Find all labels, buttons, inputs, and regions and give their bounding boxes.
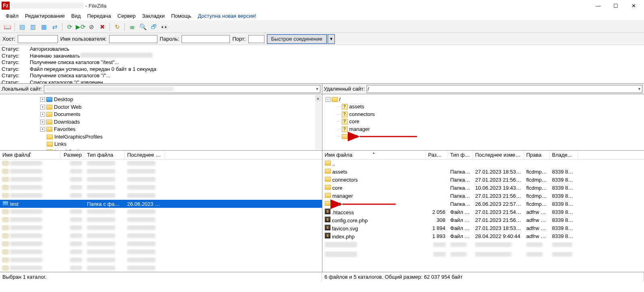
- list-item[interactable]: [0, 248, 322, 256]
- list-item[interactable]: [0, 232, 322, 240]
- tree-item[interactable]: ⋯?manager: [337, 126, 641, 133]
- tree-item[interactable]: ⋯?assets: [337, 103, 641, 111]
- list-item[interactable]: index.php1 893Файл "P...28.04.2022 9:40:…: [322, 232, 644, 240]
- list-item[interactable]: [322, 240, 644, 250]
- tree-item[interactable]: +Doctor Web: [40, 104, 319, 111]
- list-item[interactable]: assetsПапка с ...27.01.2023 18:53:29flcd…: [322, 168, 644, 176]
- remote-file-list[interactable]: ..assetsПапка с ...27.01.2023 18:53:29fl…: [322, 159, 644, 272]
- quick-connect-dropdown[interactable]: ▼: [328, 34, 335, 44]
- compare-icon[interactable]: 🔍: [138, 22, 148, 32]
- col-modified[interactable]: Последнее из...: [125, 151, 165, 159]
- host-input[interactable]: [18, 35, 58, 43]
- expand-icon[interactable]: +: [40, 97, 45, 102]
- expand-icon[interactable]: +: [40, 105, 45, 110]
- tree-item[interactable]: +Favorites: [40, 126, 319, 133]
- list-item[interactable]: [0, 256, 322, 264]
- tree-item[interactable]: +Documents: [40, 111, 319, 118]
- close-button[interactable]: ✕: [625, 0, 642, 11]
- tree-item[interactable]: IntelGraphicsProfiles: [40, 133, 319, 141]
- site-manager-icon[interactable]: 📖: [2, 22, 12, 32]
- minimize-button[interactable]: —: [589, 0, 607, 11]
- menu-help[interactable]: Помощь: [168, 12, 194, 20]
- expand-icon[interactable]: +: [40, 127, 45, 132]
- list-item[interactable]: .htaccess2 056Файл "H...27.01.2023 21:54…: [322, 208, 644, 216]
- tree-item[interactable]: ⋯?connectors: [337, 111, 641, 118]
- search-icon[interactable]: 👀: [160, 22, 169, 32]
- menu-view[interactable]: Вид: [68, 12, 84, 20]
- remote-tree[interactable]: −/⋯?assets⋯?connectors⋯?core⋯?manager⋯te…: [322, 94, 644, 151]
- user-input[interactable]: [109, 35, 157, 43]
- col-name[interactable]: ▲Имя файла: [0, 151, 60, 159]
- list-item[interactable]: config.core.php308Файл "P...27.01.2023 2…: [322, 216, 644, 224]
- toggle-local-tree-icon[interactable]: ▥: [28, 22, 38, 32]
- menu-server[interactable]: Сервер: [114, 12, 139, 20]
- list-item[interactable]: [0, 184, 322, 192]
- menu-transfer[interactable]: Передача: [84, 12, 114, 20]
- menu-bookmarks[interactable]: Закладки: [139, 12, 168, 20]
- tree-item[interactable]: +Desktop: [40, 96, 319, 104]
- local-path-combo[interactable]: ▼: [44, 85, 320, 93]
- port-input[interactable]: [248, 35, 264, 43]
- sync-browse-icon[interactable]: 🗗: [149, 22, 159, 32]
- reconnect-icon[interactable]: ↻: [112, 22, 122, 32]
- local-file-list[interactable]: testПапка с файл...26.06.2023 22:...: [0, 159, 322, 272]
- list-item[interactable]: [322, 250, 644, 259]
- tree-root[interactable]: −/: [326, 96, 641, 103]
- tree-item[interactable]: ⋯test: [337, 133, 641, 141]
- col-size[interactable]: Размер: [426, 151, 448, 159]
- col-modified[interactable]: Последнее измен...: [473, 151, 524, 159]
- list-item[interactable]: [0, 159, 322, 168]
- list-item[interactable]: [0, 264, 322, 272]
- list-item-up[interactable]: ..: [322, 159, 644, 168]
- cancel-icon[interactable]: ⊘: [87, 22, 96, 32]
- col-owner[interactable]: Владе...: [550, 151, 578, 159]
- list-item[interactable]: [0, 240, 322, 248]
- filter-icon[interactable]: ≣: [127, 22, 137, 32]
- remote-path-combo[interactable]: / ▼: [367, 85, 642, 93]
- list-item[interactable]: [0, 176, 322, 184]
- expand-icon[interactable]: +: [40, 112, 45, 117]
- col-type[interactable]: Тип файла: [85, 151, 125, 159]
- col-type[interactable]: Тип фай...: [448, 151, 473, 159]
- list-item[interactable]: [0, 168, 322, 176]
- quick-connect-button[interactable]: Быстрое соединение: [267, 34, 327, 44]
- list-item[interactable]: coreПапка с ...10.06.2023 19:43:54flcdmp…: [322, 184, 644, 192]
- folder-icon: [46, 112, 52, 117]
- collapse-icon[interactable]: −: [326, 97, 330, 102]
- list-item[interactable]: connectorsПапка с ...27.01.2023 21:56:09…: [322, 176, 644, 184]
- status-log[interactable]: Статус:Авторизовались Статус:Начинаю зак…: [0, 45, 644, 84]
- local-tree[interactable]: ▲ +Desktop+Doctor Web+Documents+Download…: [0, 94, 322, 151]
- folder-icon: [47, 135, 53, 139]
- menu-edit[interactable]: Редактирование: [22, 12, 68, 20]
- expand-icon[interactable]: +: [40, 120, 45, 124]
- chevron-down-icon[interactable]: ▼: [638, 87, 641, 91]
- folder-icon: [46, 97, 52, 102]
- menu-file[interactable]: Файл: [2, 12, 22, 20]
- list-item[interactable]: managerПапка с ...27.01.2023 21:56:29flc…: [322, 192, 644, 200]
- app-logo-icon: Fz: [2, 2, 10, 10]
- process-queue-icon[interactable]: ▶⟳: [76, 22, 85, 32]
- toggle-log-icon[interactable]: ▤: [17, 22, 27, 32]
- list-item[interactable]: testПапка с ...26.06.2023 22:57:59flcdmp…: [322, 200, 644, 208]
- col-size[interactable]: Размер: [60, 151, 85, 159]
- list-item-selected[interactable]: testПапка с файл...26.06.2023 22:...: [0, 200, 322, 208]
- pass-input[interactable]: [182, 35, 230, 43]
- toggle-queue-icon[interactable]: ⇄: [50, 22, 60, 32]
- list-item[interactable]: [0, 208, 322, 216]
- menu-new-version[interactable]: Доступна новая версия!: [194, 12, 259, 20]
- tree-item[interactable]: +Downloads: [40, 118, 319, 126]
- disconnect-icon[interactable]: ✖: [97, 22, 107, 32]
- list-item[interactable]: [0, 192, 322, 200]
- list-item[interactable]: favicon.svg1 894Файл "SV...27.01.2023 18…: [322, 224, 644, 232]
- maximize-button[interactable]: ☐: [607, 0, 625, 11]
- refresh-icon[interactable]: ⟳: [65, 22, 74, 32]
- toggle-remote-tree-icon[interactable]: ▦: [39, 22, 49, 32]
- col-name[interactable]: ▲Имя файла: [322, 151, 426, 159]
- list-item[interactable]: [0, 216, 322, 224]
- list-item[interactable]: [0, 224, 322, 232]
- scrollbar[interactable]: ▲: [315, 95, 321, 149]
- tree-item[interactable]: Links: [40, 141, 319, 148]
- col-perms[interactable]: Права: [524, 151, 550, 159]
- chevron-down-icon[interactable]: ▼: [316, 87, 319, 91]
- tree-item[interactable]: ⋯?core: [337, 118, 641, 126]
